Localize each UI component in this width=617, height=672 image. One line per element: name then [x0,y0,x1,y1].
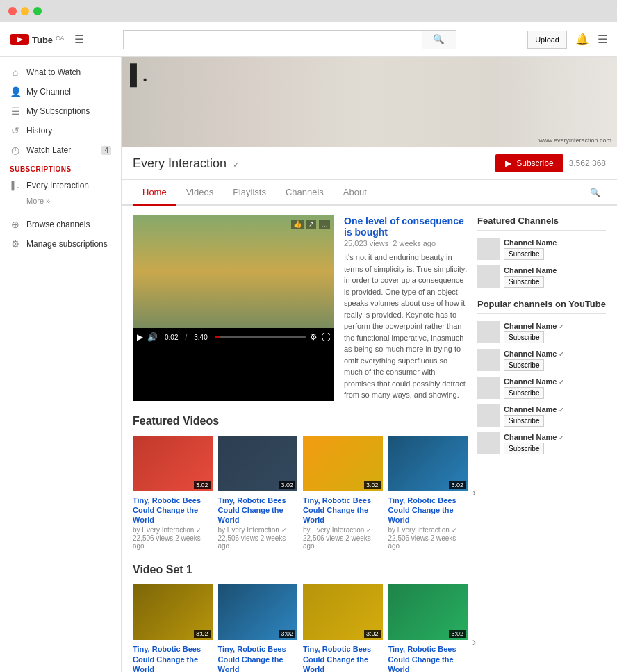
featured-channels-list: Channel NameSubscribeChannel NameSubscri… [477,238,606,288]
svg-text:Tube: Tube [32,35,53,45]
settings-icon[interactable]: ⚙ [310,332,318,342]
video-card-1-1[interactable]: 3:02Tiny, Robotic Bees Could Change the … [218,584,298,672]
duration-badge-1-1: 3:02 [279,630,295,638]
channel-search-icon[interactable]: 🔍 [584,182,606,203]
video-card-title-1-2: Tiny, Robotic Bees Could Change the Worl… [303,644,383,672]
video-card-1-0[interactable]: 3:02Tiny, Robotic Bees Could Change the … [133,584,213,672]
video-section-0: Featured Videos3:02Tiny, Robotic Bees Co… [133,415,468,550]
sidebar-item-browse-channels[interactable]: ⊕ Browse channels [0,215,121,234]
sidebar-item-my-subscriptions[interactable]: ☰ My Subscriptions [0,101,121,121]
browser-titlebar [0,0,617,22]
tab-about[interactable]: About [334,180,377,206]
duration-badge-1-3: 3:02 [449,630,466,638]
video-card-0-1[interactable]: 3:02Tiny, Robotic Bees Could Change the … [218,436,298,550]
popular-channels-section: Popular channels on YouTube Channel Name… [477,299,606,454]
upload-button[interactable]: Upload [527,31,567,49]
close-button[interactable] [8,7,17,15]
scroll-arrow-0[interactable]: › [472,486,476,499]
video-card-1-3[interactable]: 3:02Tiny, Robotic Bees Could Change the … [388,584,468,672]
banner-website: www.everyinteraction.com [538,137,611,144]
tab-playlists[interactable]: Playlists [223,180,276,206]
popular-channel-sub-btn-4[interactable]: Subscribe [504,443,544,454]
like-icon: 👍 [291,220,304,229]
video-controls: ▶ 🔊 0:02 / 3:40 ⚙ ⛶ [133,328,334,346]
hamburger-icon[interactable]: ☰ [74,33,84,46]
browse-icon: ⊕ [10,219,21,230]
search-bar: 🔍 [123,30,456,49]
video-card-0-0[interactable]: 3:02Tiny, Robotic Bees Could Change the … [133,436,213,550]
sidebar-item-manage-subscriptions[interactable]: ⚙ Manage subscriptions [0,234,121,254]
channel-icon: ▌. [10,180,21,191]
featured-video-title[interactable]: One level of consequence is bought [344,215,468,238]
verified-icon: ✓ [233,160,240,170]
channel-tabs: Home Videos Playlists Channels About 🔍 [122,180,617,206]
popular-channel-sub-btn-3[interactable]: Subscribe [504,415,544,427]
popular-channels-title: Popular channels on YouTube [477,299,606,314]
bell-icon[interactable]: 🔔 [575,33,589,46]
sidebar-label-manage-subscriptions: Manage subscriptions [26,239,108,249]
video-card-title-0-3: Tiny, Robotic Bees Could Change the Worl… [388,495,468,525]
video-thumb-1-1: 3:02 [218,584,298,640]
sidebar-item-history[interactable]: ↺ History [0,121,121,140]
share-icon: ↗ [306,220,316,229]
popular-channels-list: Channel Name ✓SubscribeChannel Name ✓Sub… [477,321,606,454]
video-card-title-0-2: Tiny, Robotic Bees Could Change the Worl… [303,495,383,525]
featured-video-meta: 25,023 views 2 weeks ago [344,239,468,247]
search-button[interactable]: 🔍 [422,30,456,49]
video-card-0-3[interactable]: 3:02Tiny, Robotic Bees Could Change the … [388,436,468,550]
maximize-button[interactable] [33,7,42,15]
video-card-meta-0-1: 22,506 views 2 weeks ago [218,534,298,550]
subscribe-button[interactable]: ▶ Subscribe [495,154,563,172]
sidebar-label-my-subscriptions: My Subscriptions [26,106,90,116]
main-layout: ⌂ What to Watch 👤 My Channel ☰ My Subscr… [0,57,617,672]
scroll-arrow-1[interactable]: › [472,636,476,648]
duration-badge-0-3: 3:02 [449,481,466,489]
sidebar-item-watch-later[interactable]: ◷ Watch Later 4 [0,140,121,160]
popular-channel-0: Channel Name ✓Subscribe [477,321,606,343]
minimize-button[interactable] [21,7,29,15]
popular-channel-sub-btn-1[interactable]: Subscribe [504,359,544,371]
volume-icon[interactable]: 🔊 [147,332,158,342]
video-card-title-1-1: Tiny, Robotic Bees Could Change the Worl… [218,644,298,672]
home-icon: ⌂ [10,67,21,78]
video-thumbnail-main: 👍 ↗ … [133,215,334,328]
video-section-1: Video Set 13:02Tiny, Robotic Bees Could … [133,564,468,672]
yt-logo-ca: CA [56,35,65,42]
popular-channel-sub-btn-2[interactable]: Subscribe [504,387,544,399]
subscriptions-icon: ☰ [10,106,21,117]
video-card-1-2[interactable]: 3:02Tiny, Robotic Bees Could Change the … [303,584,383,672]
featured-video: 👍 ↗ … ▶ 🔊 0:02 / 3:40 [133,215,468,401]
video-card-title-0-1: Tiny, Robotic Bees Could Change the Worl… [218,495,298,525]
subscribe-icon: ▶ [505,158,511,168]
sidebar-item-what-to-watch[interactable]: ⌂ What to Watch [0,63,121,82]
progress-bar[interactable] [215,336,306,338]
search-input[interactable] [123,30,422,49]
video-thumb-1-0: 3:02 [133,584,213,640]
video-thumb-1-2: 3:02 [303,584,383,640]
video-card-meta-0-0: 22,506 views 2 weeks ago [133,534,213,550]
play-button[interactable]: ▶ [137,332,143,342]
sidebar-label-my-channel: My Channel [26,87,71,97]
popular-channel-sub-btn-0[interactable]: Subscribe [504,331,544,343]
video-card-meta-0-3: 22,506 views 2 weeks ago [388,534,468,550]
tab-channels[interactable]: Channels [276,180,334,206]
content-area: ▌. www.everyinteraction.com Every Intera… [122,57,617,672]
featured-video-desc: It's not it and enduring beauty in terms… [344,252,468,401]
featured-channel-name-1: Channel Name [504,266,606,274]
fullscreen-icon[interactable]: ⛶ [322,332,330,342]
sidebar-item-my-channel[interactable]: 👤 My Channel [0,82,121,101]
tab-videos[interactable]: Videos [176,180,224,206]
video-thumb-0-0: 3:02 [133,436,213,491]
account-icon[interactable]: ☰ [598,33,607,46]
featured-channel-sub-btn-0[interactable]: Subscribe [504,248,544,260]
video-card-0-2[interactable]: 3:02Tiny, Robotic Bees Could Change the … [303,436,383,550]
tab-home[interactable]: Home [133,180,176,206]
sidebar-item-every-interaction[interactable]: ▌. Every Interaction [0,176,121,195]
video-player[interactable]: 👍 ↗ … ▶ 🔊 0:02 / 3:40 [133,215,334,401]
yt-logo[interactable]: Tube CA [10,33,65,47]
featured-channel-sub-btn-1[interactable]: Subscribe [504,276,544,288]
sidebar-more[interactable]: More » [0,195,121,209]
youtube-logo-icon: Tube [10,33,53,47]
video-sections-container: Featured Videos3:02Tiny, Robotic Bees Co… [133,415,468,673]
person-icon: 👤 [10,86,21,97]
